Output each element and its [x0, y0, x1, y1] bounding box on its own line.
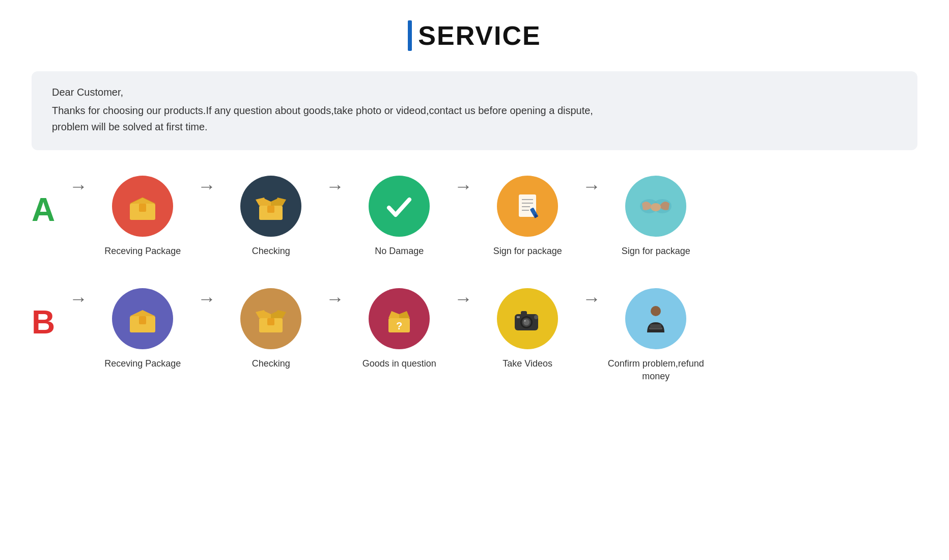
- step-b1-icon: [112, 288, 173, 349]
- svg-point-43: [651, 306, 661, 316]
- notice-body: Thanks for choosing our products.If any …: [52, 102, 897, 135]
- title-text: SERVICE: [418, 20, 541, 51]
- step-a2-icon: [240, 176, 301, 237]
- step-a5: Sign for package: [605, 176, 707, 258]
- flow-row-a: A → Receving Package →: [32, 176, 917, 258]
- svg-marker-32: [388, 311, 399, 318]
- step-a3-icon: [369, 176, 430, 237]
- step-a1: Receving Package: [92, 176, 193, 258]
- arrow-b1: →: [198, 288, 216, 310]
- step-b2-label: Checking: [252, 357, 290, 370]
- step-a3: No Damage: [348, 176, 450, 258]
- step-a5-icon: [625, 176, 686, 237]
- svg-point-21: [651, 203, 661, 211]
- page-title: SERVICE: [408, 20, 541, 51]
- step-b5: Confirm problem,refundmoney: [605, 288, 707, 383]
- arrow-a4: →: [582, 176, 601, 197]
- step-b2-icon: [240, 288, 301, 349]
- arrow-a1: →: [198, 176, 216, 197]
- svg-rect-11: [267, 206, 274, 213]
- step-a3-label: No Damage: [375, 245, 424, 258]
- step-b4-icon: [497, 288, 558, 349]
- arrow-a0: →: [69, 176, 88, 197]
- arrow-a2: →: [326, 176, 344, 197]
- arrow-b2: →: [326, 288, 344, 310]
- svg-rect-30: [267, 318, 274, 325]
- svg-rect-42: [517, 316, 520, 318]
- step-a2-label: Checking: [252, 245, 290, 258]
- notice-dear: Dear Customer,: [52, 87, 897, 98]
- svg-rect-24: [139, 316, 146, 324]
- step-a4-icon: [497, 176, 558, 237]
- svg-point-41: [534, 315, 538, 319]
- svg-rect-40: [521, 311, 527, 315]
- step-b1-label: Receving Package: [104, 357, 181, 370]
- step-a2: Checking: [220, 176, 322, 258]
- step-b3-icon: ?: [369, 288, 430, 349]
- step-b1: Receving Package: [92, 288, 193, 370]
- title-bar: [408, 20, 412, 51]
- arrow-b3: →: [454, 288, 472, 310]
- step-a5-label: Sign for package: [622, 245, 690, 258]
- arrow-b0: →: [69, 288, 88, 310]
- svg-marker-1: [130, 198, 155, 204]
- step-b3: ? Goods in question: [348, 288, 450, 370]
- step-b3-label: Goods in question: [362, 357, 436, 370]
- svg-rect-2: [139, 204, 146, 212]
- step-a1-label: Receving Package: [104, 245, 181, 258]
- step-b4-label: Take Videos: [503, 357, 552, 370]
- step-b2: Checking: [220, 288, 322, 370]
- arrow-a3: →: [454, 176, 472, 197]
- arrow-b4: →: [582, 288, 601, 310]
- step-b5-label: Confirm problem,refundmoney: [608, 357, 704, 383]
- flow-row-b: B → Receving Package → Checking →: [32, 288, 917, 383]
- notice-box: Dear Customer, Thanks for choosing our p…: [32, 71, 917, 150]
- step-b4: Take Videos: [477, 288, 578, 370]
- step-a4: Sign for package: [477, 176, 578, 258]
- svg-marker-23: [130, 310, 155, 316]
- flow-letter-b: B: [32, 303, 55, 341]
- step-a4-label: Sign for package: [493, 245, 562, 258]
- svg-rect-45: [650, 324, 661, 328]
- svg-point-39: [524, 320, 526, 322]
- svg-marker-33: [399, 311, 410, 318]
- step-b5-icon: [625, 288, 686, 349]
- svg-text:?: ?: [396, 320, 402, 331]
- flow-letter-a: A: [32, 191, 55, 229]
- step-a1-icon: [112, 176, 173, 237]
